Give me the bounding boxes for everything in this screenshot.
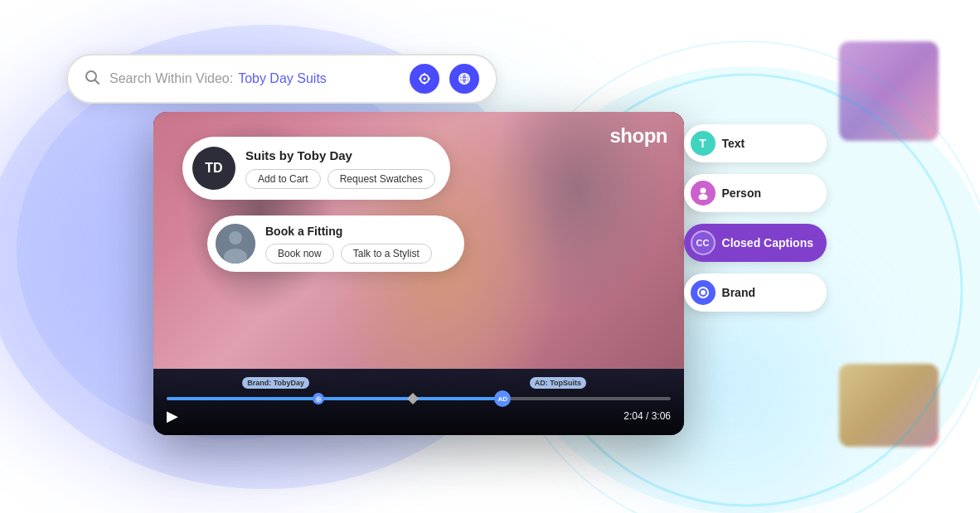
target-icon-btn[interactable] [410, 64, 439, 94]
brand-filter-label: Brand [722, 286, 755, 299]
product-actions: Add to Cart Request Swatches [245, 169, 435, 189]
globe-icon-btn[interactable] [449, 64, 479, 94]
brand-marker-label: Brand: TobyDay [242, 377, 309, 389]
thumbnail-bottom [839, 364, 939, 447]
controls-row: ▶ 2:04 / 3:06 [167, 407, 671, 425]
filter-tag-person[interactable]: Person [684, 174, 827, 212]
search-bar[interactable]: Search Within Video: Toby Day Suits [66, 54, 497, 104]
svg-point-21 [700, 188, 706, 194]
progress-bar[interactable]: AD [167, 397, 671, 400]
add-to-cart-button[interactable]: Add to Cart [245, 169, 321, 189]
ad-marker-label: AD: TopSuits [530, 377, 586, 389]
product-name: Suits by Toby Day [245, 148, 435, 162]
filter-tag-cc[interactable]: CC Closed Captions [684, 224, 827, 262]
product-card-suits[interactable]: TD Suits by Toby Day Add to Cart Request… [182, 137, 450, 200]
svg-line-6 [95, 80, 99, 84]
product-info: Suits by Toby Day Add to Cart Request Sw… [245, 148, 435, 189]
play-button[interactable]: ▶ [167, 407, 178, 425]
text-filter-icon: T [691, 131, 716, 156]
shopn-logo: shopn [610, 124, 668, 148]
timeline-markers: Brand: TobyDay AD: TopSuits [167, 377, 671, 394]
text-filter-label: Text [722, 137, 745, 150]
search-icon [85, 70, 99, 88]
talk-stylist-button[interactable]: Talk to a Stylist [341, 244, 432, 264]
fitting-name: Book a Fitting [265, 225, 449, 238]
request-swatches-button[interactable]: Request Swatches [327, 169, 435, 189]
person-filter-icon [691, 181, 716, 206]
product-avatar: TD [192, 147, 235, 190]
thumbnail-top [839, 41, 939, 141]
cc-filter-icon: CC [691, 230, 716, 255]
filter-tag-text[interactable]: T Text [684, 124, 827, 162]
progress-fill [167, 397, 499, 400]
filter-panel: T Text Person CC Closed Captions Brand [684, 124, 827, 312]
fitting-info: Book a Fitting Book now Talk to a Stylis… [265, 225, 449, 264]
brand-filter-icon [691, 280, 716, 305]
video-player: shopn TD Suits by Toby Day Add to Cart R… [153, 112, 684, 435]
svg-point-5 [86, 71, 96, 81]
fitting-actions: Book now Talk to a Stylist [265, 244, 449, 264]
filter-tag-brand[interactable]: Brand [684, 273, 827, 312]
search-label: Search Within Video: [109, 71, 233, 86]
svg-point-19 [229, 231, 242, 244]
product-card-fitting[interactable]: Book a Fitting Book now Talk to a Stylis… [207, 215, 464, 272]
svg-point-22 [698, 194, 707, 200]
book-now-button[interactable]: Book now [265, 244, 334, 264]
person-filter-label: Person [722, 186, 761, 200]
video-controls: Brand: TobyDay AD: TopSuits AD ▶ 2:04 / … [153, 369, 684, 435]
progress-ad-marker: AD [494, 390, 511, 407]
cc-filter-label: Closed Captions [722, 236, 813, 249]
svg-point-24 [701, 290, 706, 295]
search-actions [410, 64, 479, 94]
progress-diamond [407, 393, 419, 404]
fitting-avatar [216, 224, 255, 264]
progress-bookmark-dot [313, 393, 324, 404]
svg-point-8 [424, 78, 426, 80]
search-query: Toby Day Suits [238, 71, 327, 86]
time-display: 2:04 / 3:06 [623, 410, 671, 422]
